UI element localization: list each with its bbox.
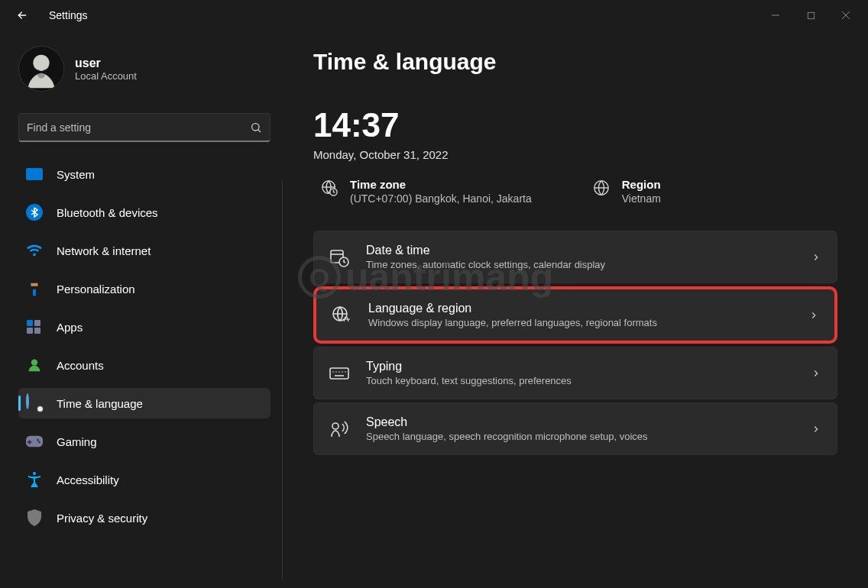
sidebar-item-label: Bluetooth & devices — [57, 206, 158, 219]
search-box[interactable] — [18, 113, 270, 142]
sidebar-item-label: Personalization — [57, 283, 135, 296]
sidebar-divider — [282, 179, 283, 580]
profile-type: Local Account — [75, 70, 137, 82]
svg-rect-12 — [28, 441, 32, 443]
sidebar-item-label: Gaming — [57, 435, 97, 448]
svg-point-6 — [252, 123, 259, 130]
region-info[interactable]: Region Vietnam — [593, 178, 661, 205]
sidebar-item-system[interactable]: System — [18, 159, 270, 189]
language-globe-icon — [332, 305, 351, 325]
sidebar-item-gaming[interactable]: Gaming — [18, 426, 270, 457]
svg-point-10 — [38, 441, 40, 444]
card-typing[interactable]: Typing Touch keyboard, text suggestions,… — [313, 347, 837, 399]
apps-icon — [26, 318, 43, 335]
search-icon — [250, 121, 262, 134]
page-title: Time & language — [313, 49, 837, 75]
card-subtitle: Touch keyboard, text suggestions, prefer… — [366, 375, 794, 386]
sidebar-item-label: Time & language — [57, 397, 143, 410]
svg-point-9 — [37, 439, 39, 441]
chevron-right-icon — [808, 310, 819, 321]
timezone-value: (UTC+07:00) Bangkok, Hanoi, Jakarta — [350, 192, 532, 205]
region-label: Region — [622, 178, 661, 191]
window-controls — [758, 3, 863, 27]
settings-card-list: Date & time Time zones, automatic clock … — [313, 231, 837, 455]
sidebar-item-accessibility[interactable]: Accessibility — [18, 464, 270, 495]
info-row: Time zone (UTC+07:00) Bangkok, Hanoi, Ja… — [313, 178, 837, 205]
card-subtitle: Windows display language, preferred lang… — [368, 317, 792, 328]
chevron-right-icon — [811, 252, 821, 263]
svg-point-13 — [33, 472, 36, 475]
maximize-button[interactable] — [793, 3, 828, 27]
bluetooth-icon — [26, 204, 43, 221]
sidebar-item-apps[interactable]: Apps — [18, 312, 270, 342]
card-speech[interactable]: Speech Speech language, speech recogniti… — [313, 402, 837, 455]
svg-rect-21 — [330, 368, 348, 379]
search-input[interactable] — [27, 121, 250, 134]
card-title: Date & time — [366, 244, 794, 257]
app-title: Settings — [49, 9, 88, 21]
person-icon — [26, 357, 43, 373]
globe-clock-icon — [321, 179, 338, 196]
card-title: Speech — [366, 415, 794, 429]
shield-icon — [26, 509, 43, 526]
chevron-right-icon — [811, 368, 821, 379]
avatar — [18, 46, 64, 92]
svg-point-28 — [332, 423, 338, 429]
sidebar: user Local Account System Bluetooth & de… — [0, 31, 283, 588]
speech-icon — [329, 419, 349, 439]
card-language-region[interactable]: Language & region Windows display langua… — [313, 286, 837, 344]
clock-time: 14:37 — [313, 108, 837, 142]
sidebar-item-label: Apps — [57, 321, 83, 334]
timezone-label: Time zone — [350, 178, 532, 191]
sidebar-item-personalization[interactable]: Personalization — [18, 273, 270, 304]
card-subtitle: Time zones, automatic clock settings, ca… — [366, 259, 794, 270]
nav-list: System Bluetooth & devices Network & int… — [15, 159, 275, 541]
sidebar-item-label: Accounts — [57, 359, 104, 372]
sidebar-item-network[interactable]: Network & internet — [18, 235, 270, 266]
titlebar: Settings — [0, 0, 868, 31]
card-subtitle: Speech language, speech recognition micr… — [366, 431, 794, 442]
sidebar-item-bluetooth[interactable]: Bluetooth & devices — [18, 197, 270, 228]
profile-name: user — [75, 57, 137, 70]
card-date-time[interactable]: Date & time Time zones, automatic clock … — [313, 231, 837, 283]
paintbrush-icon — [22, 276, 46, 300]
wifi-icon — [26, 242, 43, 259]
svg-line-7 — [258, 129, 261, 131]
svg-point-8 — [31, 360, 37, 366]
timezone-info[interactable]: Time zone (UTC+07:00) Bangkok, Hanoi, Ja… — [321, 178, 532, 205]
display-icon — [26, 166, 43, 183]
sidebar-item-label: Privacy & security — [57, 512, 147, 525]
sidebar-item-privacy[interactable]: Privacy & security — [18, 502, 270, 533]
svg-rect-1 — [808, 12, 814, 18]
chevron-right-icon — [811, 424, 821, 435]
minimize-button[interactable] — [758, 3, 793, 27]
sidebar-item-label: System — [57, 168, 95, 181]
close-button[interactable] — [828, 3, 863, 27]
sidebar-item-accounts[interactable]: Accounts — [18, 350, 270, 380]
profile-block[interactable]: user Local Account — [18, 46, 275, 92]
sidebar-item-time-language[interactable]: Time & language — [18, 388, 270, 418]
card-title: Language & region — [368, 302, 792, 315]
main-content: Time & language 14:37 Monday, October 31… — [283, 31, 868, 588]
calendar-clock-icon — [329, 247, 349, 267]
sidebar-item-label: Network & internet — [57, 244, 151, 257]
globe-clock-icon — [26, 395, 43, 412]
back-button[interactable] — [15, 8, 29, 22]
sidebar-item-label: Accessibility — [57, 473, 119, 486]
svg-point-5 — [33, 55, 49, 71]
card-title: Typing — [366, 360, 794, 373]
accessibility-icon — [26, 471, 43, 488]
keyboard-icon — [329, 363, 349, 383]
current-date: Monday, October 31, 2022 — [313, 148, 837, 161]
globe-icon — [593, 179, 610, 196]
region-value: Vietnam — [622, 192, 661, 205]
gamepad-icon — [26, 433, 43, 450]
